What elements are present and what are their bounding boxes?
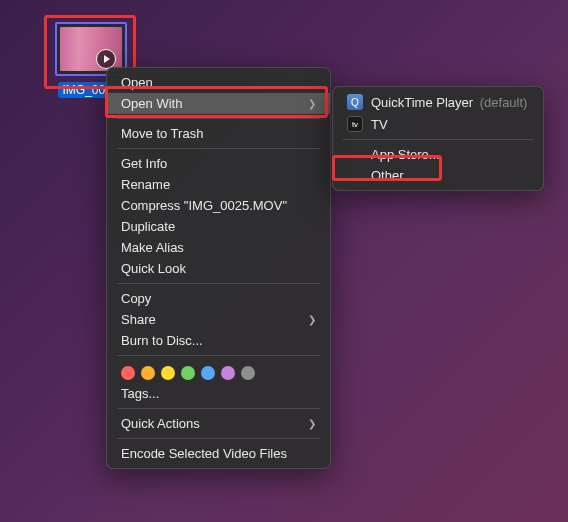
- menu-label: Make Alias: [121, 240, 184, 255]
- menu-label: Rename: [121, 177, 170, 192]
- play-icon: [96, 49, 116, 69]
- menu-item-open[interactable]: Open: [107, 72, 330, 93]
- submenu-item-app-store[interactable]: App Store...: [333, 144, 543, 165]
- menu-label: Quick Actions: [121, 416, 200, 431]
- chevron-right-icon: ❯: [308, 418, 316, 429]
- menu-item-rename[interactable]: Rename: [107, 174, 330, 195]
- menu-label: Copy: [121, 291, 151, 306]
- open-with-submenu: Q QuickTime Player (default) tv TV App S…: [332, 86, 544, 191]
- tag-dot-green[interactable]: [181, 366, 195, 380]
- menu-item-share[interactable]: Share ❯: [107, 309, 330, 330]
- menu-item-tags[interactable]: Tags...: [107, 383, 330, 404]
- tag-dot-blue[interactable]: [201, 366, 215, 380]
- menu-label: Get Info: [121, 156, 167, 171]
- menu-item-move-to-trash[interactable]: Move to Trash: [107, 123, 330, 144]
- menu-label: Open: [121, 75, 153, 90]
- tag-dot-yellow[interactable]: [161, 366, 175, 380]
- menu-item-quick-look[interactable]: Quick Look: [107, 258, 330, 279]
- tag-color-row: [107, 360, 330, 383]
- app-label: TV: [371, 117, 388, 132]
- menu-label: Encode Selected Video Files: [121, 446, 287, 461]
- tag-dot-orange[interactable]: [141, 366, 155, 380]
- tag-dot-gray[interactable]: [241, 366, 255, 380]
- submenu-item-other[interactable]: Other...: [333, 165, 543, 186]
- app-label: Other...: [371, 168, 414, 183]
- menu-item-open-with[interactable]: Open With ❯: [107, 93, 330, 114]
- menu-item-make-alias[interactable]: Make Alias: [107, 237, 330, 258]
- app-label: QuickTime Player: [371, 95, 473, 110]
- menu-label: Quick Look: [121, 261, 186, 276]
- context-menu: Open Open With ❯ Move to Trash Get Info …: [106, 67, 331, 469]
- menu-label: Share: [121, 312, 156, 327]
- thumbnail-image: [60, 27, 122, 71]
- tag-dot-purple[interactable]: [221, 366, 235, 380]
- menu-separator: [117, 408, 320, 409]
- tag-dot-red[interactable]: [121, 366, 135, 380]
- menu-separator: [117, 148, 320, 149]
- menu-separator: [343, 139, 533, 140]
- menu-label: Duplicate: [121, 219, 175, 234]
- app-label: App Store...: [371, 147, 440, 162]
- menu-separator: [117, 438, 320, 439]
- menu-item-quick-actions[interactable]: Quick Actions ❯: [107, 413, 330, 434]
- menu-label: Burn to Disc...: [121, 333, 203, 348]
- menu-separator: [117, 355, 320, 356]
- chevron-right-icon: ❯: [308, 98, 316, 109]
- menu-item-compress[interactable]: Compress "IMG_0025.MOV": [107, 195, 330, 216]
- menu-label: Tags...: [121, 386, 159, 401]
- default-suffix: (default): [480, 95, 528, 110]
- menu-label: Compress "IMG_0025.MOV": [121, 198, 287, 213]
- chevron-right-icon: ❯: [308, 314, 316, 325]
- submenu-item-quicktime[interactable]: Q QuickTime Player (default): [333, 91, 543, 113]
- menu-label: Move to Trash: [121, 126, 203, 141]
- menu-item-get-info[interactable]: Get Info: [107, 153, 330, 174]
- menu-label: Open With: [121, 96, 182, 111]
- menu-separator: [117, 118, 320, 119]
- tv-icon: tv: [347, 116, 363, 132]
- menu-item-encode[interactable]: Encode Selected Video Files: [107, 443, 330, 464]
- menu-item-burn-to-disc[interactable]: Burn to Disc...: [107, 330, 330, 351]
- menu-item-copy[interactable]: Copy: [107, 288, 330, 309]
- submenu-item-tv[interactable]: tv TV: [333, 113, 543, 135]
- menu-separator: [117, 283, 320, 284]
- quicktime-icon: Q: [347, 94, 363, 110]
- menu-item-duplicate[interactable]: Duplicate: [107, 216, 330, 237]
